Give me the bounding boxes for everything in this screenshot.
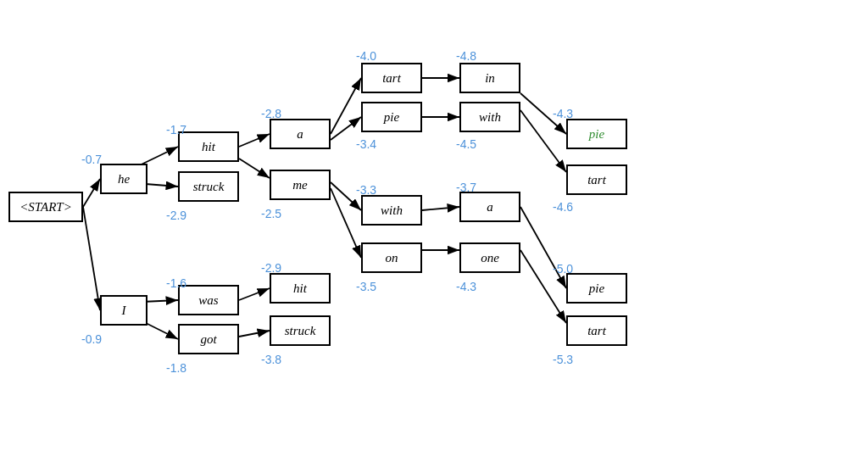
- diagram: <START>heIhitstruckwasgotamehitstrucktar…: [0, 0, 868, 468]
- node-tart3: tart: [566, 315, 627, 346]
- arrow-10: [331, 78, 361, 134]
- score-14: -4.8: [456, 49, 476, 63]
- node-got: got: [178, 324, 239, 354]
- node-a2: a: [459, 192, 520, 222]
- node-me: me: [270, 170, 331, 200]
- node-hit2: hit: [270, 273, 331, 304]
- arrow-20: [520, 207, 566, 288]
- node-pie2: pie: [566, 273, 627, 304]
- arrow-21: [520, 250, 566, 323]
- node-on: on: [361, 242, 422, 273]
- node-with2: with: [459, 102, 520, 132]
- node-struck1: struck: [178, 171, 239, 202]
- score-9: -3.8: [261, 353, 281, 366]
- node-hit1: hit: [178, 131, 239, 162]
- score-21: -5.3: [553, 353, 573, 366]
- node-one: one: [459, 242, 520, 273]
- arrow-1: [83, 207, 100, 310]
- node-pie_green: pie: [566, 119, 627, 149]
- node-I: I: [100, 295, 147, 326]
- score-15: -4.5: [456, 137, 476, 151]
- node-was: was: [178, 285, 239, 315]
- arrow-13: [331, 188, 361, 258]
- arrow-7: [239, 159, 270, 178]
- node-in: in: [459, 63, 520, 93]
- node-pie1: pie: [361, 102, 422, 132]
- score-17: -4.3: [456, 280, 476, 293]
- arrows-svg: [0, 0, 868, 468]
- node-start: <START>: [8, 192, 83, 222]
- arrow-9: [239, 331, 270, 337]
- arrow-16: [422, 207, 459, 210]
- score-1: -0.9: [81, 332, 102, 346]
- score-11: -3.4: [356, 137, 376, 151]
- node-he: he: [100, 164, 147, 194]
- score-13: -3.5: [356, 280, 376, 293]
- score-20: -5.0: [553, 262, 573, 276]
- score-10: -4.0: [356, 49, 376, 63]
- node-tart2: tart: [566, 164, 627, 195]
- score-8: -2.9: [261, 261, 281, 275]
- score-6: -2.8: [261, 107, 281, 120]
- node-tart1: tart: [361, 63, 422, 93]
- node-a: a: [270, 119, 331, 149]
- arrow-0: [83, 179, 100, 207]
- arrow-6: [239, 134, 270, 147]
- score-5: -1.8: [166, 361, 186, 375]
- score-19: -4.6: [553, 200, 573, 214]
- score-12: -3.3: [356, 183, 376, 197]
- score-0: -0.7: [81, 153, 102, 166]
- node-struck2: struck: [270, 315, 331, 346]
- arrow-8: [239, 288, 270, 300]
- arrow-11: [331, 117, 361, 140]
- score-16: -3.7: [456, 181, 476, 194]
- score-3: -2.9: [166, 209, 186, 222]
- score-7: -2.5: [261, 207, 281, 220]
- score-2: -1.7: [166, 123, 186, 136]
- score-18: -4.3: [553, 107, 573, 120]
- node-with1: with: [361, 195, 422, 226]
- score-4: -1.6: [166, 276, 186, 290]
